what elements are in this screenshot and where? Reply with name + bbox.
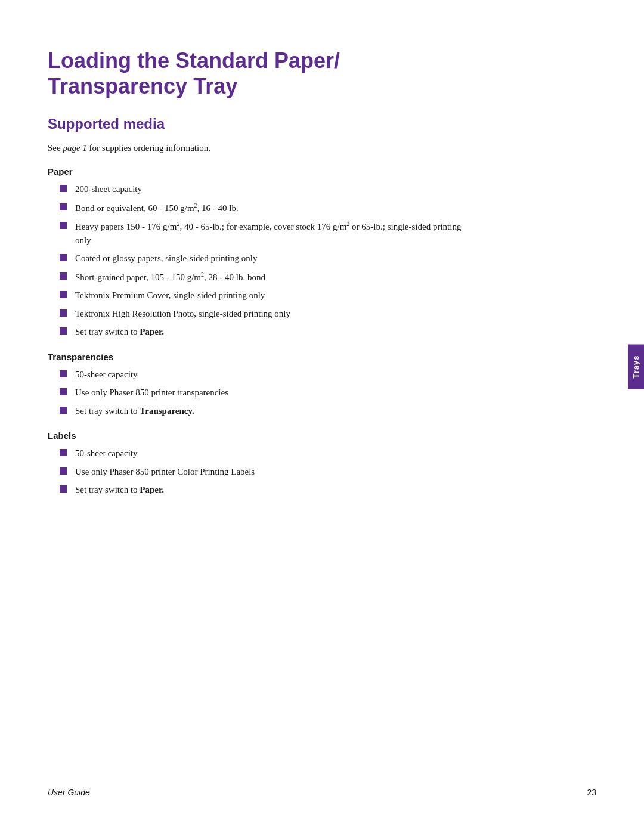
list-item: 50-sheet capacity: [48, 368, 465, 382]
list-item: Use only Phaser 850 printer Color Printi…: [48, 465, 465, 479]
labels-list: 50-sheet capacity Use only Phaser 850 pr…: [48, 447, 465, 497]
bullet-icon: [60, 222, 67, 229]
side-tab: Trays: [628, 344, 644, 389]
bullet-icon: [60, 291, 67, 298]
bullet-icon: [60, 254, 67, 261]
list-item: Bond or equivalent, 60 - 150 g/m2, 16 - …: [48, 201, 465, 215]
bullet-text: Set tray switch to Paper.: [75, 483, 465, 497]
bullet-text: Tektronix High Resolution Photo, single-…: [75, 307, 465, 321]
list-item: Coated or glossy papers, single-sided pr…: [48, 252, 465, 265]
page-title: Loading the Standard Paper/ Transparency…: [48, 48, 417, 99]
transparencies-list: 50-sheet capacity Use only Phaser 850 pr…: [48, 368, 465, 418]
bullet-icon: [60, 272, 67, 280]
list-item: Heavy papers 150 - 176 g/m2, 40 - 65-lb.…: [48, 219, 465, 247]
bullet-text: Coated or glossy papers, single-sided pr…: [75, 252, 465, 265]
footer: User Guide 23: [48, 788, 596, 797]
list-item: Set tray switch to Transparency.: [48, 404, 465, 418]
list-item: Set tray switch to Paper.: [48, 483, 465, 497]
footer-right: 23: [587, 788, 596, 797]
list-item: Short-grained paper, 105 - 150 g/m2, 28 …: [48, 270, 465, 284]
bullet-text: Use only Phaser 850 printer Color Printi…: [75, 465, 465, 479]
bullet-text: Heavy papers 150 - 176 g/m2, 40 - 65-lb.…: [75, 219, 465, 247]
list-item: Tektronix Premium Cover, single-sided pr…: [48, 289, 465, 302]
list-item: Tektronix High Resolution Photo, single-…: [48, 307, 465, 321]
bullet-text: Short-grained paper, 105 - 150 g/m2, 28 …: [75, 270, 465, 284]
paper-list: 200-sheet capacity Bond or equivalent, 6…: [48, 182, 465, 339]
bullet-text: 50-sheet capacity: [75, 368, 465, 382]
bullet-text: Set tray switch to Paper.: [75, 325, 465, 339]
page-container: Loading the Standard Paper/ Transparency…: [0, 0, 644, 833]
bullet-text: Tektronix Premium Cover, single-sided pr…: [75, 289, 465, 302]
list-item: 200-sheet capacity: [48, 182, 465, 196]
subsection-heading-labels: Labels: [48, 431, 465, 441]
list-item: 50-sheet capacity: [48, 447, 465, 460]
bullet-text: 50-sheet capacity: [75, 447, 465, 460]
bullet-icon: [60, 309, 67, 317]
bullet-icon: [60, 467, 67, 475]
bullet-text: Bond or equivalent, 60 - 150 g/m2, 16 - …: [75, 201, 465, 215]
section-heading: Supported media: [48, 116, 465, 132]
bullet-icon: [60, 485, 67, 493]
subsection-heading-paper: Paper: [48, 166, 465, 176]
bullet-icon: [60, 407, 67, 414]
footer-left: User Guide: [48, 788, 90, 797]
list-item: Set tray switch to Paper.: [48, 325, 465, 339]
content-area: Loading the Standard Paper/ Transparency…: [48, 48, 465, 497]
bullet-icon: [60, 203, 67, 210]
bullet-icon: [60, 388, 67, 395]
bullet-icon: [60, 185, 67, 192]
bullet-text: Use only Phaser 850 printer transparenci…: [75, 386, 465, 400]
list-item: Use only Phaser 850 printer transparenci…: [48, 386, 465, 400]
intro-link[interactable]: page 1: [63, 143, 86, 153]
intro-text: See page 1 for supplies ordering informa…: [48, 143, 465, 153]
bullet-icon: [60, 370, 67, 377]
bullet-text: Set tray switch to Transparency.: [75, 404, 465, 418]
bullet-icon: [60, 449, 67, 456]
subsection-heading-transparencies: Transparencies: [48, 352, 465, 362]
bullet-text: 200-sheet capacity: [75, 182, 465, 196]
bullet-icon: [60, 327, 67, 335]
